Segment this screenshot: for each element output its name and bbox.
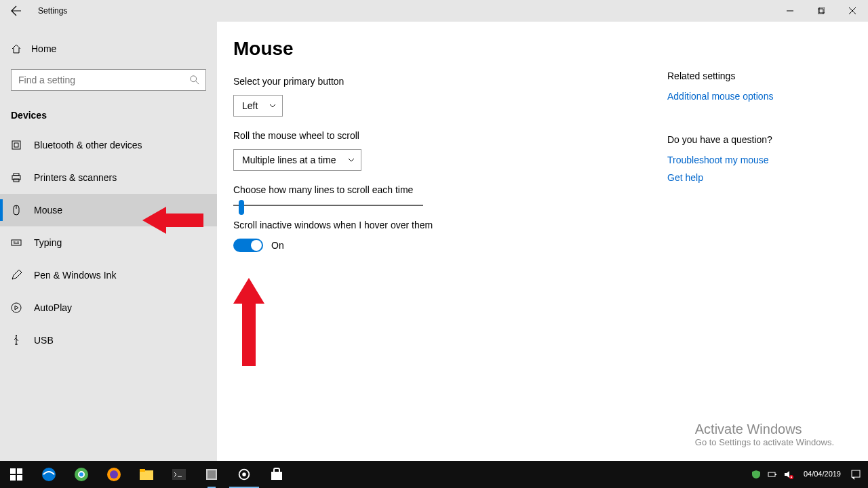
tray-notifications-icon[interactable]	[849, 461, 863, 488]
maximize-button[interactable]	[806, 0, 837, 22]
gear-icon	[237, 467, 252, 482]
sidebar-item-usb[interactable]: USB	[0, 324, 217, 357]
system-tray: 04/04/2019	[749, 461, 868, 488]
svg-rect-31	[775, 474, 776, 475]
app-icon	[203, 466, 220, 483]
sidebar-section-header: Devices	[0, 104, 217, 129]
edge-icon	[41, 466, 57, 483]
firefox-icon	[106, 466, 122, 483]
search-icon	[190, 75, 199, 85]
svg-point-10	[12, 303, 21, 312]
autoplay-icon	[11, 302, 22, 313]
taskbar-chrome[interactable]	[65, 461, 98, 488]
related-settings-header: Related settings	[667, 70, 773, 81]
inactive-windows-label: Scroll inactive windows when I hover ove…	[233, 220, 667, 230]
sidebar-item-pen[interactable]: Pen & Windows Ink	[0, 259, 217, 291]
sidebar-item-label: Pen & Windows Ink	[34, 270, 116, 281]
svg-rect-3	[12, 141, 20, 149]
sidebar-item-bluetooth[interactable]: Bluetooth & other devices	[0, 129, 217, 161]
activate-windows-watermark: Activate Windows Go to Settings to activ…	[695, 422, 834, 447]
start-button[interactable]	[0, 461, 33, 488]
chevron-down-icon	[269, 102, 277, 110]
svg-point-28	[242, 472, 246, 476]
question-header: Do you have a question?	[667, 134, 773, 145]
svg-rect-1	[819, 7, 825, 13]
tray-volume-icon[interactable]	[782, 461, 795, 488]
pen-icon	[11, 270, 22, 281]
slider-thumb[interactable]	[239, 200, 244, 215]
roll-wheel-label: Roll the mouse wheel to scroll	[233, 130, 667, 141]
printer-icon	[11, 172, 22, 183]
primary-button-label: Select your primary button	[233, 76, 667, 87]
svg-rect-4	[14, 143, 18, 147]
svg-rect-23	[140, 469, 145, 472]
watermark-title: Activate Windows	[695, 422, 834, 437]
annotation-arrow-up	[232, 278, 266, 366]
sidebar-home[interactable]: Home	[0, 35, 217, 62]
svg-rect-0	[818, 9, 823, 14]
main-panel: Mouse Select your primary button Left Ro…	[217, 22, 868, 461]
taskbar: 04/04/2019	[0, 461, 868, 488]
tray-battery-icon[interactable]	[766, 461, 779, 488]
right-column: Related settings Additional mouse option…	[667, 38, 773, 461]
store-icon	[269, 466, 285, 483]
sidebar-item-label: USB	[34, 335, 54, 346]
dropdown-value: Left	[242, 100, 258, 111]
svg-point-19	[79, 472, 83, 476]
troubleshoot-link[interactable]: Troubleshoot my mouse	[667, 155, 773, 165]
back-button[interactable]	[0, 0, 33, 22]
taskbar-app[interactable]	[195, 461, 228, 488]
watermark-sub: Go to Settings to activate Windows.	[695, 437, 834, 447]
taskbar-firefox[interactable]	[98, 461, 130, 488]
minimize-button[interactable]	[774, 0, 806, 22]
close-button[interactable]	[837, 0, 868, 22]
svg-rect-26	[208, 470, 216, 479]
svg-point-11	[16, 335, 17, 336]
taskbar-terminal[interactable]	[163, 461, 195, 488]
window-controls	[774, 0, 868, 22]
toggle-state-label: On	[271, 240, 284, 251]
svg-rect-22	[140, 470, 153, 480]
sidebar-item-label: Printers & scanners	[34, 172, 117, 183]
content-area: Home Devices Bluetooth & other devices P…	[0, 22, 868, 461]
svg-rect-15	[17, 475, 22, 481]
window-title: Settings	[38, 6, 67, 16]
sidebar-item-printers[interactable]: Printers & scanners	[0, 161, 217, 194]
annotation-arrow-left	[142, 203, 203, 237]
inactive-windows-toggle[interactable]	[233, 239, 263, 252]
sidebar-home-label: Home	[31, 43, 56, 54]
roll-wheel-dropdown[interactable]: Multiple lines at a time	[233, 149, 361, 171]
primary-button-dropdown[interactable]: Left	[233, 95, 283, 117]
svg-rect-14	[10, 475, 16, 481]
svg-rect-24	[172, 469, 186, 480]
svg-rect-6	[14, 174, 19, 176]
sidebar-item-autoplay[interactable]: AutoPlay	[0, 291, 217, 324]
chrome-icon	[73, 466, 90, 483]
search-wrap	[0, 62, 217, 104]
taskbar-clock[interactable]: 04/04/2019	[798, 470, 846, 479]
terminal-icon	[171, 466, 187, 483]
svg-rect-12	[10, 468, 16, 474]
lines-scroll-slider[interactable]	[233, 205, 423, 206]
get-help-link[interactable]: Get help	[667, 172, 773, 183]
folder-icon	[138, 466, 155, 483]
svg-rect-33	[852, 470, 860, 477]
svg-rect-9	[12, 240, 21, 245]
taskbar-settings[interactable]	[228, 461, 260, 488]
titlebar: Settings	[0, 0, 868, 22]
taskbar-edge[interactable]	[33, 461, 65, 488]
search-input[interactable]	[11, 69, 206, 91]
sidebar: Home Devices Bluetooth & other devices P…	[0, 22, 217, 461]
taskbar-explorer[interactable]	[130, 461, 163, 488]
tray-security-icon[interactable]	[749, 461, 763, 488]
sidebar-item-label: AutoPlay	[34, 302, 72, 313]
back-arrow-icon	[11, 5, 22, 16]
additional-mouse-options-link[interactable]: Additional mouse options	[667, 91, 773, 102]
taskbar-store[interactable]	[260, 461, 293, 488]
usb-icon	[11, 335, 22, 346]
mouse-icon	[11, 205, 22, 216]
page-title: Mouse	[233, 38, 667, 60]
windows-icon	[10, 468, 22, 481]
dropdown-value: Multiple lines at a time	[242, 155, 336, 165]
sidebar-item-label: Mouse	[34, 205, 62, 216]
